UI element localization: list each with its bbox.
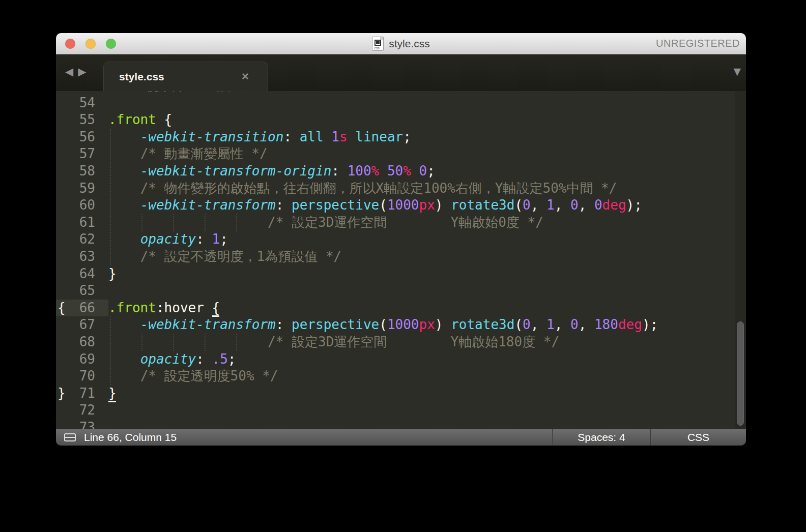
- indent-guide: [205, 334, 206, 351]
- code-line[interactable]: 62 opacity: 1;: [56, 231, 735, 248]
- code-line-text[interactable]: -webkit-transform: perspective(1000px) r…: [108, 316, 735, 334]
- indent-guide: [141, 214, 142, 231]
- css-document-icon-square: [375, 40, 381, 46]
- code-line-text[interactable]: -webkit-transition: all 1s linear;: [108, 129, 735, 146]
- line-number: 60: [56, 197, 108, 214]
- line-number: 62: [56, 231, 108, 248]
- code-line-text[interactable]: }: [108, 385, 735, 402]
- line-number: 54: [56, 95, 108, 112]
- code-line[interactable]: 64}: [56, 265, 735, 283]
- code-line[interactable]: 63 /* 設定不透明度，1為預設值 */: [56, 248, 735, 265]
- code-line[interactable]: 54: [56, 95, 735, 112]
- code-line-text[interactable]: /* 物件變形的啟始點，往右側翻，所以X軸設定100%右側，Y軸設定50%中間 …: [108, 180, 735, 197]
- tab-label: style.css: [119, 71, 164, 83]
- code-line[interactable]: 57 /* 動畫漸變屬性 */: [56, 145, 735, 163]
- back-arrow-icon[interactable]: ◀: [65, 66, 73, 78]
- line-number: }71: [56, 385, 108, 402]
- line-number: 53: [56, 91, 108, 95]
- code-line[interactable]: 69 opacity: .5;: [56, 351, 735, 368]
- syntax-selector-button[interactable]: CSS: [650, 429, 746, 446]
- code-line-text[interactable]: }: [108, 265, 735, 283]
- panel-toggle-icon[interactable]: [64, 433, 76, 441]
- line-number: 64: [56, 265, 108, 283]
- indent-guide: [236, 334, 237, 351]
- traffic-lights: [65, 33, 116, 54]
- code-line[interactable]: 68 /* 設定3D運作空間 Y軸啟始180度 */: [56, 334, 735, 351]
- scrollbar-track[interactable]: [735, 91, 746, 429]
- code-line-text[interactable]: .front {: [108, 111, 735, 129]
- tab-overflow-icon[interactable]: ▼: [733, 66, 741, 77]
- code-line-text[interactable]: /* 動畫漸變屬性 */: [108, 145, 735, 163]
- minimize-window-button[interactable]: [85, 39, 96, 49]
- code-line-text[interactable]: opacity: .5;: [108, 351, 735, 368]
- line-number: 55: [56, 111, 108, 129]
- close-window-button[interactable]: [65, 39, 75, 49]
- code-line[interactable]: 53/* 透視景深1000設置 */: [56, 91, 735, 95]
- code-line[interactable]: 70 /* 設定透明度50% */: [56, 368, 735, 385]
- forward-arrow-icon[interactable]: ▶: [78, 66, 86, 78]
- code-line[interactable]: 65: [56, 282, 735, 300]
- line-number: 68: [56, 334, 108, 351]
- title-bar: css style.css UNREGISTERED: [56, 33, 746, 54]
- code-line[interactable]: 59 /* 物件變形的啟始點，往右側翻，所以X軸設定100%右側，Y軸設定50%…: [56, 180, 735, 197]
- code-line-text[interactable]: [108, 402, 735, 419]
- code-line-text[interactable]: opacity: 1;: [108, 231, 735, 248]
- line-number: 69: [56, 351, 108, 368]
- editor[interactable]: 53/* 透視景深1000設置 */5455.front {56 -webkit…: [56, 91, 746, 429]
- code-area: 53/* 透視景深1000設置 */5455.front {56 -webkit…: [56, 91, 735, 429]
- code-line[interactable]: 73: [56, 419, 735, 429]
- code-line[interactable]: {66.front:hover {: [56, 300, 735, 317]
- code-line-text[interactable]: .front:hover {: [108, 300, 735, 317]
- code-line-text[interactable]: /* 設定透明度50% */: [108, 368, 735, 385]
- bracket-gutter-icon: {: [57, 300, 66, 317]
- code-line[interactable]: 56 -webkit-transition: all 1s linear;: [56, 129, 735, 146]
- status-bar: Line 66, Column 15 Spaces: 4 CSS: [56, 429, 746, 446]
- line-number: 73: [56, 419, 108, 429]
- bracket-gutter-icon: }: [57, 385, 66, 402]
- code-line-text[interactable]: -webkit-transform: perspective(1000px) r…: [108, 197, 735, 214]
- indent-guide: [236, 214, 237, 231]
- tab-style-css[interactable]: style.css ✕: [103, 62, 268, 91]
- code-line[interactable]: 61 /* 設定3D運作空間 Y軸啟始0度 */: [56, 214, 735, 231]
- indent-guide: [110, 316, 111, 385]
- tab-close-icon[interactable]: ✕: [241, 71, 249, 82]
- code-line-text[interactable]: /* 透視景深1000設置 */: [108, 91, 735, 95]
- code-line-text[interactable]: /* 設定3D運作空間 Y軸啟始0度 */: [108, 214, 735, 231]
- code-line[interactable]: 60 -webkit-transform: perspective(1000px…: [56, 197, 735, 214]
- title-group: css style.css: [372, 37, 430, 51]
- code-line-text[interactable]: -webkit-transform-origin: 100% 50% 0;: [108, 163, 735, 180]
- line-number: 67: [56, 316, 108, 334]
- line-number: 70: [56, 368, 108, 385]
- indent-guide: [173, 214, 174, 231]
- line-number: 63: [56, 248, 108, 265]
- line-number: 59: [56, 180, 108, 197]
- code-line-text[interactable]: [108, 282, 735, 300]
- code-line[interactable]: 67 -webkit-transform: perspective(1000px…: [56, 316, 735, 334]
- indent-settings-button[interactable]: Spaces: 4: [552, 429, 650, 446]
- window-title: style.css: [389, 38, 430, 50]
- cursor-position-label: Line 66, Column 15: [84, 431, 177, 444]
- code-line[interactable]: }71}: [56, 385, 735, 402]
- indent-guide: [110, 129, 111, 265]
- indent-guide: [173, 334, 174, 351]
- tab-nav-arrows: ◀ ▶: [65, 66, 86, 78]
- code-line[interactable]: 58 -webkit-transform-origin: 100% 50% 0;: [56, 163, 735, 180]
- code-line-text[interactable]: /* 設定3D運作空間 Y軸啟始180度 */: [108, 334, 735, 351]
- code-line[interactable]: 72: [56, 402, 735, 419]
- code-line[interactable]: 55.front {: [56, 111, 735, 129]
- line-number: 56: [56, 129, 108, 146]
- indent-guide: [141, 334, 142, 351]
- line-number: {66: [56, 300, 108, 317]
- code-line-text[interactable]: [108, 419, 735, 429]
- scrollbar-thumb[interactable]: [737, 321, 744, 426]
- css-document-icon-label: css: [374, 46, 380, 50]
- zoom-window-button[interactable]: [106, 39, 116, 49]
- sublime-window: css style.css UNREGISTERED ◀ ▶ style.css…: [56, 33, 746, 446]
- line-number: 72: [56, 402, 108, 419]
- line-number: 57: [56, 145, 108, 163]
- css-document-icon: css: [372, 37, 384, 51]
- code-line-text[interactable]: /* 設定不透明度，1為預設值 */: [108, 248, 735, 265]
- tab-bar: ◀ ▶ style.css ✕ ▼: [56, 54, 746, 91]
- line-number: 58: [56, 163, 108, 180]
- code-line-text[interactable]: [108, 95, 735, 112]
